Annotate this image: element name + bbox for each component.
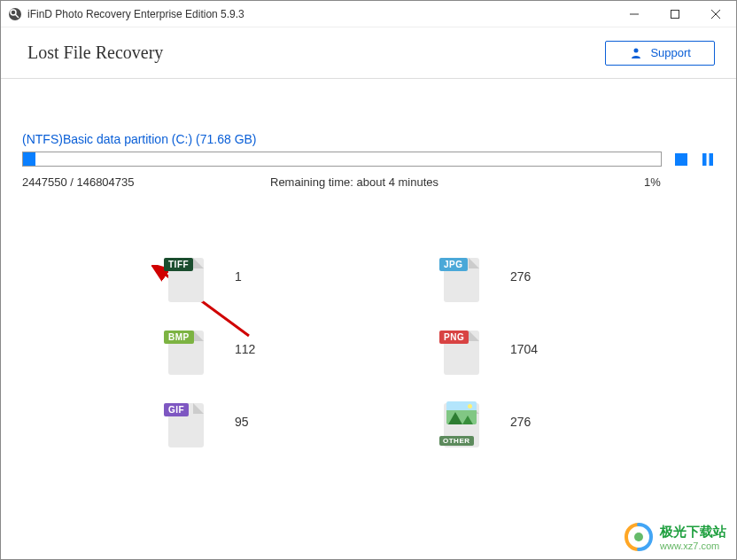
- window-controls: [614, 1, 736, 27]
- svg-rect-9: [702, 153, 707, 166]
- window-titlebar: iFinD Photo Recovery Enterprise Edition …: [1, 1, 736, 27]
- page-title: Lost File Recovery: [27, 43, 605, 63]
- support-person-icon: [629, 46, 643, 60]
- watermark-title: 极光下载站: [660, 524, 726, 541]
- watermark: 极光下载站 www.xz7.com: [623, 521, 726, 553]
- jpg-icon: JPG: [439, 251, 484, 302]
- file-type-tiff: TIFF 1: [164, 251, 333, 302]
- file-type-grid: TIFF 1 JPG 276 BMP 112 PNG 1704: [22, 251, 715, 447]
- minimize-button[interactable]: [614, 1, 655, 27]
- remaining-time: Remaining time: about 4 minutes: [270, 175, 644, 189]
- progress-row: [22, 152, 715, 167]
- svg-point-7: [634, 48, 639, 52]
- file-type-other: OTHER 276: [439, 396, 609, 447]
- file-type-bmp: BMP 112: [164, 323, 333, 375]
- tiff-icon: TIFF: [164, 251, 208, 302]
- progress-fill: [23, 152, 35, 166]
- file-type-gif: GIF 95: [164, 396, 333, 447]
- jpg-count: 276: [510, 269, 531, 284]
- file-type-jpg: JPG 276: [439, 251, 609, 302]
- other-icon: OTHER: [439, 396, 484, 447]
- png-count: 1704: [510, 342, 538, 356]
- watermark-url: www.xz7.com: [660, 541, 726, 551]
- svg-rect-4: [671, 10, 679, 18]
- gif-count: 95: [235, 415, 249, 429]
- processed-count: 2447550 / 146804735: [22, 175, 270, 189]
- svg-rect-10: [710, 153, 714, 166]
- other-count: 276: [510, 415, 531, 429]
- pause-icon: [701, 152, 715, 167]
- file-type-png: PNG 1704: [439, 323, 609, 375]
- support-label: Support: [650, 46, 691, 59]
- percent-text: 1%: [644, 175, 715, 189]
- watermark-logo-icon: [623, 521, 655, 553]
- app-header: Lost File Recovery Support: [1, 27, 736, 79]
- tiff-count: 1: [235, 269, 242, 284]
- progress-bar: [22, 152, 662, 167]
- pause-button[interactable]: [701, 152, 715, 167]
- png-icon: PNG: [439, 323, 484, 375]
- stop-icon: [674, 152, 688, 167]
- main-content: (NTFS)Basic data partition (C:) (71.68 G…: [1, 79, 736, 447]
- support-button[interactable]: Support: [605, 41, 715, 66]
- stop-button[interactable]: [674, 152, 688, 167]
- stats-row: 2447550 / 146804735 Remaining time: abou…: [22, 175, 715, 189]
- maximize-button[interactable]: [655, 1, 695, 27]
- svg-rect-8: [675, 153, 687, 166]
- window-title: iFinD Photo Recovery Enterprise Edition …: [27, 8, 614, 20]
- close-button[interactable]: [695, 1, 736, 27]
- partition-label: (NTFS)Basic data partition (C:) (71.68 G…: [22, 132, 715, 146]
- svg-point-12: [634, 533, 643, 541]
- app-icon: [8, 7, 22, 21]
- bmp-count: 112: [235, 342, 255, 356]
- bmp-icon: BMP: [164, 323, 208, 375]
- gif-icon: GIF: [164, 396, 208, 447]
